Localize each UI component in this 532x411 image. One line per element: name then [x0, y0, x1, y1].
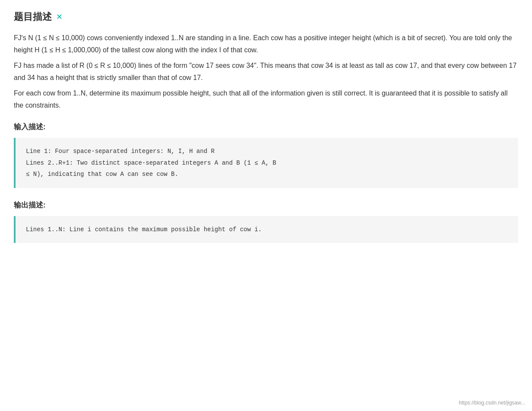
input-code-block: Line 1: Four space-separated integers: N…: [14, 138, 518, 188]
input-section-title: 输入描述:: [14, 122, 518, 132]
watermark: https://blog.csdn.net/jigsaw...: [459, 400, 525, 406]
output-section: 输出描述: Lines 1..N: Line i contains the ma…: [14, 200, 518, 243]
page-title: 题目描述: [14, 10, 52, 23]
problem-para-1: FJ's N (1 ≤ N ≤ 10,000) cows convenientl…: [14, 32, 518, 56]
output-code-block: Lines 1..N: Line i contains the maximum …: [14, 216, 518, 243]
title-row: 题目描述 ✕: [14, 10, 518, 23]
input-section: 输入描述: Line 1: Four space-separated integ…: [14, 122, 518, 188]
expand-icon[interactable]: ✕: [56, 12, 63, 22]
problem-para-2: FJ has made a list of R (0 ≤ R ≤ 10,000)…: [14, 60, 518, 84]
problem-para-3: For each cow from 1..N, determine its ma…: [14, 87, 518, 112]
output-section-title: 输出描述:: [14, 200, 518, 210]
problem-description: FJ's N (1 ≤ N ≤ 10,000) cows convenientl…: [14, 32, 518, 112]
